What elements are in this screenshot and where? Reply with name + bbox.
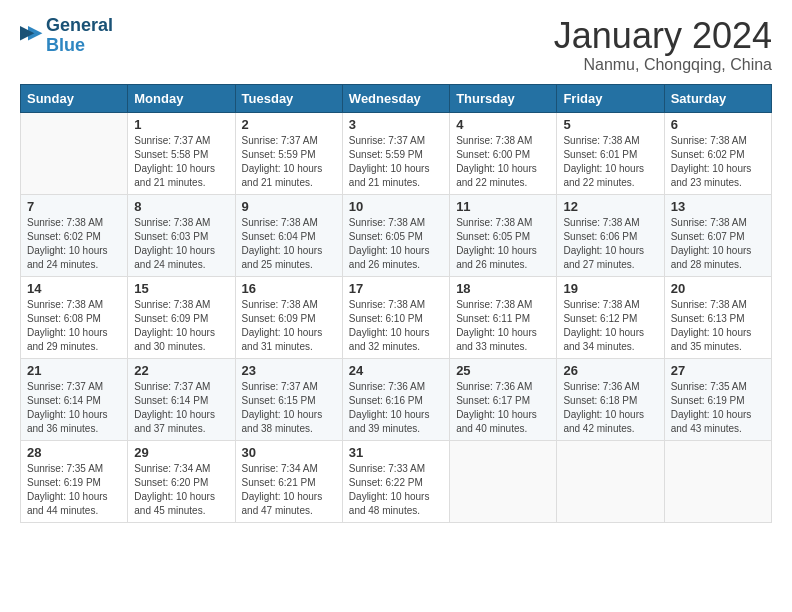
day-number: 6 [671,117,765,132]
day-cell: 9Sunrise: 7:38 AM Sunset: 6:04 PM Daylig… [235,194,342,276]
day-cell: 25Sunrise: 7:36 AM Sunset: 6:17 PM Dayli… [450,358,557,440]
header-cell-monday: Monday [128,84,235,112]
day-info: Sunrise: 7:38 AM Sunset: 6:10 PM Dayligh… [349,298,443,354]
day-info: Sunrise: 7:38 AM Sunset: 6:02 PM Dayligh… [27,216,121,272]
day-info: Sunrise: 7:37 AM Sunset: 6:15 PM Dayligh… [242,380,336,436]
day-cell: 5Sunrise: 7:38 AM Sunset: 6:01 PM Daylig… [557,112,664,194]
day-number: 18 [456,281,550,296]
week-row-4: 21Sunrise: 7:37 AM Sunset: 6:14 PM Dayli… [21,358,772,440]
day-cell [664,440,771,522]
day-number: 7 [27,199,121,214]
day-number: 22 [134,363,228,378]
header-cell-saturday: Saturday [664,84,771,112]
day-cell: 11Sunrise: 7:38 AM Sunset: 6:05 PM Dayli… [450,194,557,276]
header-row: SundayMondayTuesdayWednesdayThursdayFrid… [21,84,772,112]
day-info: Sunrise: 7:38 AM Sunset: 6:09 PM Dayligh… [242,298,336,354]
week-row-3: 14Sunrise: 7:38 AM Sunset: 6:08 PM Dayli… [21,276,772,358]
day-cell: 17Sunrise: 7:38 AM Sunset: 6:10 PM Dayli… [342,276,449,358]
month-title: January 2024 [554,16,772,56]
day-info: Sunrise: 7:35 AM Sunset: 6:19 PM Dayligh… [671,380,765,436]
day-number: 25 [456,363,550,378]
day-number: 24 [349,363,443,378]
day-info: Sunrise: 7:38 AM Sunset: 6:06 PM Dayligh… [563,216,657,272]
day-number: 17 [349,281,443,296]
day-cell: 20Sunrise: 7:38 AM Sunset: 6:13 PM Dayli… [664,276,771,358]
day-cell: 7Sunrise: 7:38 AM Sunset: 6:02 PM Daylig… [21,194,128,276]
day-cell: 16Sunrise: 7:38 AM Sunset: 6:09 PM Dayli… [235,276,342,358]
day-number: 28 [27,445,121,460]
day-cell: 26Sunrise: 7:36 AM Sunset: 6:18 PM Dayli… [557,358,664,440]
day-number: 21 [27,363,121,378]
day-number: 19 [563,281,657,296]
day-cell: 30Sunrise: 7:34 AM Sunset: 6:21 PM Dayli… [235,440,342,522]
day-info: Sunrise: 7:38 AM Sunset: 6:00 PM Dayligh… [456,134,550,190]
day-info: Sunrise: 7:38 AM Sunset: 6:05 PM Dayligh… [349,216,443,272]
day-info: Sunrise: 7:34 AM Sunset: 6:20 PM Dayligh… [134,462,228,518]
day-info: Sunrise: 7:35 AM Sunset: 6:19 PM Dayligh… [27,462,121,518]
day-cell: 24Sunrise: 7:36 AM Sunset: 6:16 PM Dayli… [342,358,449,440]
day-number: 31 [349,445,443,460]
day-info: Sunrise: 7:33 AM Sunset: 6:22 PM Dayligh… [349,462,443,518]
day-info: Sunrise: 7:37 AM Sunset: 5:59 PM Dayligh… [349,134,443,190]
week-row-2: 7Sunrise: 7:38 AM Sunset: 6:02 PM Daylig… [21,194,772,276]
day-number: 16 [242,281,336,296]
day-number: 13 [671,199,765,214]
day-number: 12 [563,199,657,214]
day-cell: 31Sunrise: 7:33 AM Sunset: 6:22 PM Dayli… [342,440,449,522]
day-info: Sunrise: 7:36 AM Sunset: 6:16 PM Dayligh… [349,380,443,436]
page: General Blue January 2024 Nanmu, Chongqi… [0,0,792,535]
day-cell: 1Sunrise: 7:37 AM Sunset: 5:58 PM Daylig… [128,112,235,194]
header-cell-wednesday: Wednesday [342,84,449,112]
day-info: Sunrise: 7:38 AM Sunset: 6:08 PM Dayligh… [27,298,121,354]
day-number: 5 [563,117,657,132]
day-info: Sunrise: 7:38 AM Sunset: 6:04 PM Dayligh… [242,216,336,272]
header-cell-sunday: Sunday [21,84,128,112]
title-block: January 2024 Nanmu, Chongqing, China [554,16,772,74]
day-cell: 29Sunrise: 7:34 AM Sunset: 6:20 PM Dayli… [128,440,235,522]
header-cell-friday: Friday [557,84,664,112]
day-number: 4 [456,117,550,132]
day-info: Sunrise: 7:37 AM Sunset: 5:58 PM Dayligh… [134,134,228,190]
day-number: 26 [563,363,657,378]
day-info: Sunrise: 7:37 AM Sunset: 6:14 PM Dayligh… [134,380,228,436]
day-number: 30 [242,445,336,460]
day-info: Sunrise: 7:38 AM Sunset: 6:09 PM Dayligh… [134,298,228,354]
header-cell-tuesday: Tuesday [235,84,342,112]
day-cell: 19Sunrise: 7:38 AM Sunset: 6:12 PM Dayli… [557,276,664,358]
day-cell: 6Sunrise: 7:38 AM Sunset: 6:02 PM Daylig… [664,112,771,194]
day-info: Sunrise: 7:36 AM Sunset: 6:17 PM Dayligh… [456,380,550,436]
day-cell [450,440,557,522]
week-row-5: 28Sunrise: 7:35 AM Sunset: 6:19 PM Dayli… [21,440,772,522]
day-number: 8 [134,199,228,214]
header-cell-thursday: Thursday [450,84,557,112]
calendar-table: SundayMondayTuesdayWednesdayThursdayFrid… [20,84,772,523]
day-cell: 28Sunrise: 7:35 AM Sunset: 6:19 PM Dayli… [21,440,128,522]
day-cell: 3Sunrise: 7:37 AM Sunset: 5:59 PM Daylig… [342,112,449,194]
day-info: Sunrise: 7:34 AM Sunset: 6:21 PM Dayligh… [242,462,336,518]
day-cell: 23Sunrise: 7:37 AM Sunset: 6:15 PM Dayli… [235,358,342,440]
day-info: Sunrise: 7:36 AM Sunset: 6:18 PM Dayligh… [563,380,657,436]
day-cell: 8Sunrise: 7:38 AM Sunset: 6:03 PM Daylig… [128,194,235,276]
day-cell [21,112,128,194]
day-cell: 10Sunrise: 7:38 AM Sunset: 6:05 PM Dayli… [342,194,449,276]
day-number: 3 [349,117,443,132]
day-info: Sunrise: 7:38 AM Sunset: 6:05 PM Dayligh… [456,216,550,272]
day-number: 27 [671,363,765,378]
day-info: Sunrise: 7:38 AM Sunset: 6:12 PM Dayligh… [563,298,657,354]
day-cell: 21Sunrise: 7:37 AM Sunset: 6:14 PM Dayli… [21,358,128,440]
day-cell: 13Sunrise: 7:38 AM Sunset: 6:07 PM Dayli… [664,194,771,276]
header: General Blue January 2024 Nanmu, Chongqi… [20,16,772,74]
day-info: Sunrise: 7:38 AM Sunset: 6:02 PM Dayligh… [671,134,765,190]
day-cell: 27Sunrise: 7:35 AM Sunset: 6:19 PM Dayli… [664,358,771,440]
logo-text: General Blue [46,16,113,56]
day-cell: 12Sunrise: 7:38 AM Sunset: 6:06 PM Dayli… [557,194,664,276]
day-number: 2 [242,117,336,132]
day-info: Sunrise: 7:38 AM Sunset: 6:07 PM Dayligh… [671,216,765,272]
day-cell: 22Sunrise: 7:37 AM Sunset: 6:14 PM Dayli… [128,358,235,440]
day-info: Sunrise: 7:38 AM Sunset: 6:13 PM Dayligh… [671,298,765,354]
day-number: 20 [671,281,765,296]
day-info: Sunrise: 7:37 AM Sunset: 5:59 PM Dayligh… [242,134,336,190]
location: Nanmu, Chongqing, China [554,56,772,74]
logo: General Blue [20,16,113,56]
logo-icon [20,22,44,46]
